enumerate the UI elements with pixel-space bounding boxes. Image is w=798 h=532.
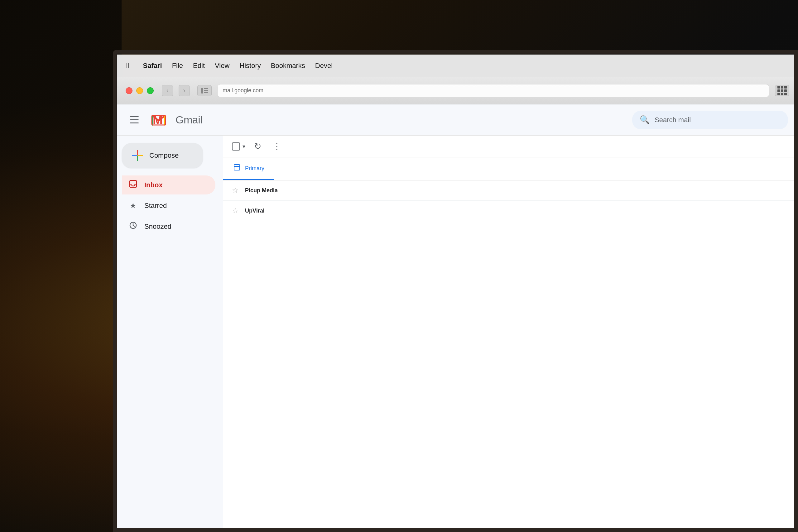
- inbox-icon: [128, 180, 138, 190]
- star-toggle-2[interactable]: ☆: [232, 206, 239, 215]
- close-button[interactable]: [126, 87, 132, 94]
- safari-toolbar: ‹ › mail.google.com: [117, 77, 798, 104]
- menubar-history[interactable]: History: [234, 60, 266, 72]
- hamburger-line-2: [130, 119, 139, 120]
- svg-rect-8: [234, 165, 240, 170]
- menu-button[interactable]: [127, 112, 143, 128]
- sidebar-item-snoozed[interactable]: Snoozed: [122, 217, 215, 236]
- maximize-button[interactable]: [147, 87, 154, 94]
- star-toggle-1[interactable]: ☆: [232, 186, 239, 195]
- menubar-develop[interactable]: Devel: [310, 60, 338, 72]
- apple-menu-icon[interactable]: : [126, 61, 129, 71]
- gmail-main: Compose Inbox ★ Starred: [117, 136, 798, 532]
- checkbox-square: [232, 142, 240, 151]
- hamburger-line-3: [130, 122, 139, 124]
- email-list-area: ▾ ↻ ⋮ Primary ☆: [223, 136, 798, 532]
- email-row-1[interactable]: ☆ Picup Media: [223, 180, 798, 201]
- compose-plus-icon: [132, 150, 143, 161]
- svg-rect-2: [204, 90, 208, 91]
- snoozed-label: Snoozed: [144, 223, 171, 231]
- svg-rect-3: [204, 92, 208, 93]
- menubar-edit[interactable]: Edit: [188, 60, 210, 72]
- sidebar-item-starred[interactable]: ★ Starred: [122, 197, 215, 214]
- inbox-label: Inbox: [144, 181, 163, 189]
- menubar-bookmarks[interactable]: Bookmarks: [266, 60, 310, 72]
- forward-icon: ›: [183, 87, 185, 95]
- address-text: mail.google.com: [223, 87, 263, 94]
- more-options-button[interactable]: ⋮: [270, 139, 284, 154]
- minimize-button[interactable]: [136, 87, 143, 94]
- sidebar-toggle-button[interactable]: [197, 85, 212, 96]
- email-sender-2: UpViral: [245, 208, 307, 214]
- forward-button[interactable]: ›: [178, 85, 190, 96]
- search-placeholder-text: Search mail: [654, 116, 691, 124]
- gmail-logo-icon: M: [151, 112, 167, 128]
- primary-tab-icon: [233, 164, 241, 173]
- hamburger-line-1: [130, 116, 139, 117]
- primary-tab-label: Primary: [245, 165, 264, 172]
- compose-button[interactable]: Compose: [122, 143, 203, 168]
- star-icon: ★: [128, 201, 138, 210]
- email-sender-1: Picup Media: [245, 187, 307, 194]
- checkbox-dropdown-arrow[interactable]: ▾: [243, 143, 245, 150]
- starred-label: Starred: [144, 202, 167, 210]
- compose-label: Compose: [149, 151, 178, 159]
- menubar-view[interactable]: View: [210, 60, 234, 72]
- tab-overview-button[interactable]: [775, 85, 789, 96]
- sidebar-item-inbox[interactable]: Inbox: [122, 175, 215, 194]
- refresh-button[interactable]: ↻: [251, 139, 264, 154]
- back-button[interactable]: ‹: [162, 85, 173, 96]
- menubar-file[interactable]: File: [167, 60, 188, 72]
- sidebar-icon: [201, 88, 208, 94]
- search-icon: 🔍: [640, 115, 650, 125]
- tab-primary[interactable]: Primary: [223, 157, 274, 180]
- email-toolbar: ▾ ↻ ⋮: [223, 136, 798, 157]
- email-tabs: Primary: [223, 157, 798, 180]
- gmail-wordmark: Gmail: [175, 114, 202, 126]
- svg-text:M: M: [153, 114, 163, 127]
- clock-icon: [128, 221, 138, 231]
- mac-menubar:  Safari File Edit View History Bookmark…: [117, 55, 798, 77]
- traffic-lights: [126, 87, 154, 94]
- search-bar[interactable]: 🔍 Search mail: [632, 111, 788, 129]
- select-all-checkbox[interactable]: ▾: [232, 142, 245, 151]
- menubar-safari[interactable]: Safari: [138, 60, 167, 72]
- gmail-app: M Gmail 🔍 Search mail Compose: [117, 104, 798, 532]
- svg-rect-1: [204, 88, 208, 89]
- left-bg-overlay: [0, 0, 121, 532]
- address-bar[interactable]: mail.google.com: [217, 84, 769, 97]
- svg-rect-0: [201, 88, 203, 94]
- gmail-sidebar: Compose Inbox ★ Starred: [117, 136, 223, 532]
- gmail-header: M Gmail 🔍 Search mail: [117, 104, 798, 136]
- grid-icon: [777, 86, 787, 95]
- email-row-2[interactable]: ☆ UpViral: [223, 201, 798, 221]
- back-icon: ‹: [166, 87, 168, 95]
